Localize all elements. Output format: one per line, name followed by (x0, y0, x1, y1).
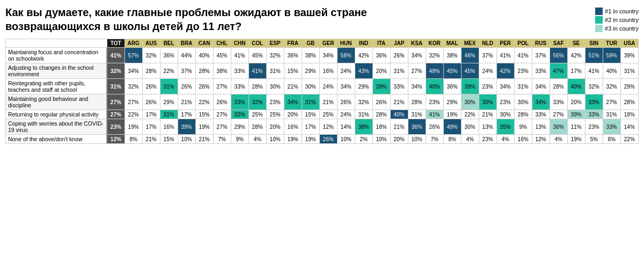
cell-rus-row3: 34% (532, 94, 550, 110)
legend-item: #3 in country (595, 25, 639, 32)
cell-mal-row0: 38% (443, 48, 461, 63)
cell-mal-row2: 36% (443, 79, 461, 94)
cell-arg-row2: 32% (125, 79, 142, 94)
cell-bra-row5: 39% (178, 119, 195, 135)
cell-col-row3: 32% (248, 94, 266, 110)
cell-chn-row0: 41% (231, 48, 248, 63)
cell-arg-row3: 27% (125, 94, 142, 110)
cell-fra-row5: 16% (284, 119, 302, 135)
cell-chl-row3: 26% (213, 94, 231, 110)
cell-arg-row6: 8% (125, 135, 142, 144)
cell-mex-row4: 22% (461, 110, 479, 119)
cell-hun-row3: 26% (337, 94, 355, 110)
cell-mex-row1: 45% (461, 63, 479, 79)
cell-saf-row1: 47% (550, 63, 567, 79)
cell-tot-row6: 12% (107, 135, 125, 144)
cell-arg-row4: 22% (125, 110, 142, 119)
cell-jap-row4: 40% (390, 110, 408, 119)
cell-nld-row5: 13% (479, 119, 496, 135)
cell-pol-row5: 9% (514, 119, 532, 135)
column-header-mex: MEX (461, 39, 479, 48)
table-row: Reintegrating with other pupils, teacher… (6, 79, 639, 94)
table-row: None of the above/don't know12%8%21%15%1… (6, 135, 639, 144)
cell-esp-row5: 20% (266, 119, 284, 135)
row-label: None of the above/don't know (6, 135, 107, 144)
table-row: Adjusting to changes in the school envir… (6, 63, 639, 79)
cell-chl-row2: 27% (213, 79, 231, 94)
column-header-rus: RUS (532, 39, 550, 48)
page-wrapper: Как вы думаете, какие главные проблемы о… (5, 5, 639, 144)
row-label: Coping with worries about the COVID-19 v… (6, 119, 107, 135)
column-header-col: COL (248, 39, 266, 48)
cell-arg-row1: 34% (125, 63, 142, 79)
cell-can-row3: 22% (195, 94, 213, 110)
cell-arg-row0: 57% (125, 48, 142, 63)
cell-gb-row3: 31% (302, 94, 319, 110)
cell-bra-row2: 26% (178, 79, 195, 94)
cell-chl-row0: 45% (213, 48, 231, 63)
cell-per-row5: 35% (496, 119, 514, 135)
table-row: Returning to regular physical activity27… (6, 110, 639, 119)
cell-chn-row2: 33% (231, 79, 248, 94)
cell-per-row2: 34% (496, 79, 514, 94)
cell-tot-row2: 31% (107, 79, 125, 94)
cell-rus-row0: 37% (532, 48, 550, 63)
cell-jap-row1: 31% (390, 63, 408, 79)
cell-fra-row1: 15% (284, 63, 302, 79)
cell-esp-row1: 31% (266, 63, 284, 79)
cell-tot-row3: 27% (107, 94, 125, 110)
column-header-jap: JAP (390, 39, 408, 48)
cell-mal-row6: 8% (443, 135, 461, 144)
cell-arg-row5: 19% (125, 119, 142, 135)
cell-se-row6: 19% (567, 135, 585, 144)
cell-rus-row5: 13% (532, 119, 550, 135)
cell-bel-row4: 31% (160, 110, 178, 119)
cell-hun-row2: 34% (337, 79, 355, 94)
column-header-ind: IND (355, 39, 372, 48)
data-table: TOTARGAUSBELBRACANCHLCHNCOLESPFRAGBGERHU… (5, 39, 639, 144)
cell-nld-row4: 21% (479, 110, 496, 119)
header-row: TOTARGAUSBELBRACANCHLCHNCOLESPFRAGBGERHU… (6, 39, 639, 48)
cell-kor-row4: 41% (426, 110, 443, 119)
cell-fra-row0: 36% (284, 48, 302, 63)
cell-ksa-row0: 34% (408, 48, 426, 63)
legend-label: #3 in country (605, 25, 639, 32)
cell-tot-row1: 32% (107, 63, 125, 79)
cell-jap-row3: 21% (390, 94, 408, 110)
cell-per-row1: 42% (496, 63, 514, 79)
cell-gb-row6: 19% (302, 135, 319, 144)
column-header-ger: GER (319, 39, 337, 48)
column-header-per: PER (496, 39, 514, 48)
cell-can-row5: 19% (195, 119, 213, 135)
cell-nld-row1: 24% (479, 63, 496, 79)
column-header-fra: FRA (284, 39, 302, 48)
cell-se-row4: 39% (567, 110, 585, 119)
cell-tur-row4: 31% (603, 110, 620, 119)
table-row: Maintaining good behaviour and disciplin… (6, 94, 639, 110)
cell-mal-row1: 45% (443, 63, 461, 79)
cell-rus-row1: 33% (532, 63, 550, 79)
cell-nld-row2: 23% (479, 79, 496, 94)
cell-tot-row0: 41% (107, 48, 125, 63)
cell-hun-row5: 14% (337, 119, 355, 135)
cell-col-row5: 28% (248, 119, 266, 135)
column-header-tur: TUR (603, 39, 620, 48)
cell-gb-row4: 15% (302, 110, 319, 119)
cell-pol-row6: 16% (514, 135, 532, 144)
cell-saf-row4: 27% (550, 110, 567, 119)
cell-nld-row6: 23% (479, 135, 496, 144)
cell-tur-row5: 33% (603, 119, 620, 135)
cell-mex-row2: 39% (461, 79, 479, 94)
cell-kor-row1: 48% (426, 63, 443, 79)
cell-ind-row6: 2% (355, 135, 372, 144)
cell-kor-row3: 23% (426, 94, 443, 110)
cell-tot-row4: 27% (107, 110, 125, 119)
cell-ita-row3: 26% (372, 94, 390, 110)
cell-tur-row2: 32% (603, 79, 620, 94)
cell-bel-row1: 22% (160, 63, 178, 79)
column-header-nld: NLD (479, 39, 496, 48)
cell-ind-row2: 29% (355, 79, 372, 94)
cell-hun-row6: 10% (337, 135, 355, 144)
cell-tot-row5: 23% (107, 119, 125, 135)
cell-ita-row5: 18% (372, 119, 390, 135)
